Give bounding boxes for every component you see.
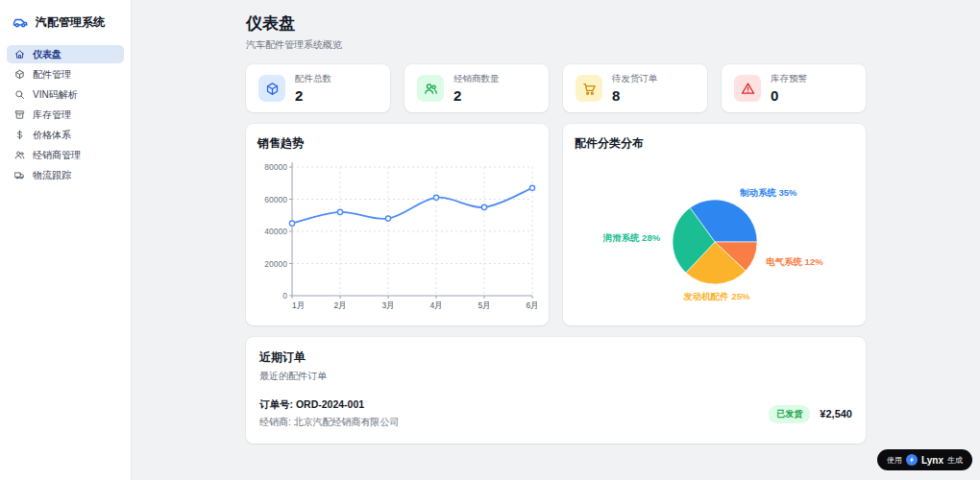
lynx-bolt-icon [906,454,918,466]
dollar-icon [14,130,25,140]
stat-label: 配件总数 [295,73,331,85]
svg-text:2月: 2月 [333,300,346,310]
order-amount: ¥2,540 [820,408,852,420]
stat-card: 库存预警 0 [722,64,866,112]
category-distribution-title: 配件分类分布 [575,135,854,152]
package-icon [258,75,285,102]
sidebar-item[interactable]: 仪表盘 [7,45,124,63]
lynx-generated-badge[interactable]: 使用 Lynx 生成 [877,449,972,470]
svg-text:1月: 1月 [292,300,305,310]
svg-text:60000: 60000 [264,195,287,204]
archive-icon [14,109,25,120]
lynx-badge-prefix: 使用 [887,455,902,466]
stat-value: 2 [295,87,331,104]
sidebar-item-label: VIN码解析 [33,88,78,102]
alert-icon [734,75,761,102]
order-row[interactable]: 订单号: ORD-2024-001 经销商: 北京汽配经销商有限公司 已发货 ¥… [259,398,852,429]
home-icon [14,49,25,60]
sidebar-item-label: 配件管理 [33,68,71,82]
main-area: 仪表盘 汽车配件管理系统概览 配件总数 2 经销商数量 2 [132,0,980,480]
sales-trend-line-chart: 0200004000060000800001月2月3月4月5月6月 [257,157,537,317]
sidebar-item-label: 价格体系 [33,129,71,142]
stat-card: 配件总数 2 [246,64,390,112]
svg-text:制动系统 35%: 制动系统 35% [739,187,797,198]
sidebar-item-label: 库存管理 [33,108,71,122]
order-dealer: 经销商: 北京汽配经销商有限公司 [259,416,400,429]
stat-value: 8 [612,87,658,104]
svg-text:发动机配件 25%: 发动机配件 25% [682,291,750,301]
cart-icon [576,75,602,102]
sales-trend-title: 销售趋势 [257,135,537,152]
sidebar-item[interactable]: 物流跟踪 [7,166,124,184]
category-distribution-card: 配件分类分布 制动系统 35%电气系统 12%发动机配件 25%润滑系统 28% [563,124,866,325]
svg-text:40000: 40000 [264,227,287,236]
users-icon [14,150,25,160]
sidebar-item[interactable]: 库存管理 [7,106,124,124]
page-subtitle: 汽车配件管理系统概览 [246,38,866,52]
stat-value: 0 [771,87,807,104]
users-icon [417,75,444,102]
sidebar-item-label: 仪表盘 [33,48,61,61]
car-icon [12,13,29,31]
stats-row: 配件总数 2 经销商数量 2 待发货订单 8 [246,64,866,112]
sidebar-item[interactable]: 配件管理 [7,65,124,84]
stat-value: 2 [453,87,500,104]
package-icon [14,69,25,80]
sidebar-item-label: 经销商管理 [33,149,81,162]
dashboard-content: 仪表盘 汽车配件管理系统概览 配件总数 2 经销商数量 2 [246,0,866,480]
svg-text:3月: 3月 [381,300,394,310]
sales-trend-card: 销售趋势 0200004000060000800001月2月3月4月5月6月 [246,124,549,325]
charts-row: 销售趋势 0200004000060000800001月2月3月4月5月6月 配… [246,124,866,325]
stat-card: 经销商数量 2 [404,64,549,112]
svg-text:0: 0 [282,291,287,300]
orders-list: 订单号: ORD-2024-001 经销商: 北京汽配经销商有限公司 已发货 ¥… [259,398,852,429]
svg-text:20000: 20000 [264,259,287,269]
lynx-brand: Lynx [921,455,943,466]
app-title: 汽配管理系统 [36,14,105,31]
search-icon [14,89,25,100]
svg-text:5月: 5月 [478,300,490,310]
sidebar-item[interactable]: 价格体系 [7,126,124,144]
stat-label: 经销商数量 [453,73,500,85]
recent-orders-title: 近期订单 [259,349,852,366]
sidebar-item-label: 物流跟踪 [33,169,71,182]
page-title: 仪表盘 [246,12,866,35]
stat-label: 库存预警 [771,73,807,85]
stat-card: 待发货订单 8 [563,64,707,112]
sidebar-item[interactable]: 经销商管理 [7,146,124,164]
category-pie-chart: 制动系统 35%电气系统 12%发动机配件 25%润滑系统 28% [575,157,854,317]
stat-label: 待发货订单 [612,73,658,85]
sidebar-item[interactable]: VIN码解析 [7,85,124,104]
svg-text:80000: 80000 [264,162,287,172]
svg-text:电气系统 12%: 电气系统 12% [766,256,823,267]
order-number: 订单号: ORD-2024-001 [259,398,400,412]
svg-text:6月: 6月 [526,300,537,310]
truck-icon [14,170,25,180]
order-status-badge: 已发货 [769,405,810,423]
recent-orders-card: 近期订单 最近的配件订单 订单号: ORD-2024-001 经销商: 北京汽配… [246,337,866,444]
svg-text:润滑系统 28%: 润滑系统 28% [601,232,660,243]
recent-orders-subtitle: 最近的配件订单 [259,370,852,383]
sidebar-nav: 仪表盘 配件管理 VIN码解析 库存管理 价格体系 [0,40,131,189]
svg-text:4月: 4月 [429,300,442,310]
app-logo: 汽配管理系统 [0,0,131,40]
lynx-badge-suffix: 生成 [947,455,963,466]
sidebar: 汽配管理系统 仪表盘 配件管理 VIN码解析 库存管理 [0,0,132,480]
